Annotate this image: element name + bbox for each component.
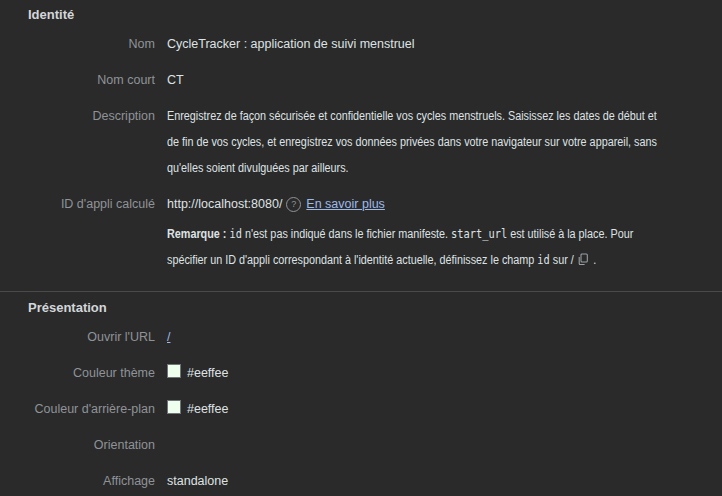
- field-label-theme-color: Couleur thème: [16, 360, 155, 386]
- help-circle-icon[interactable]: ?: [286, 197, 301, 212]
- field-label-display: Affichage: [16, 468, 155, 494]
- app-id-url: http://localhost:8080/: [167, 191, 282, 217]
- note-code-id: id: [537, 253, 549, 267]
- field-label-background-color: Couleur d'arrière-plan: [16, 396, 155, 422]
- note-remark-label: Remarque :: [167, 227, 229, 241]
- note-code-start-url: start_url: [451, 227, 507, 241]
- background-color-hex: #eeffee: [187, 402, 228, 416]
- app-id-note-line-1: Remarque : id n'est pas indiqué dans le …: [167, 221, 661, 247]
- field-row-display: Affichage standalone: [16, 468, 716, 494]
- description-line: Enregistrez de façon sécurisée et confid…: [167, 103, 661, 129]
- note-text: n'est pas indiqué dans le fichier manife…: [242, 227, 451, 241]
- manifest-section-identity: Identité Nom CycleTracker : application …: [0, 0, 722, 273]
- note-code-id: id: [229, 227, 241, 241]
- note-text: est utilisé à la place. Pour: [507, 227, 633, 241]
- manifest-section-presentation: Présentation Ouvrir l'URL / Couleur thèm…: [0, 291, 722, 494]
- field-value-start-url: /: [167, 324, 716, 350]
- field-label-orientation: Orientation: [16, 432, 155, 458]
- theme-color-swatch: [167, 364, 181, 378]
- background-color-swatch: [167, 400, 181, 414]
- description-line: qu'elles soient divulguées par ailleurs.: [167, 155, 661, 181]
- note-text: spécifier un ID d'appli correspondant à …: [167, 253, 537, 267]
- field-row-start-url: Ouvrir l'URL /: [16, 324, 716, 350]
- app-id-url-line: http://localhost:8080/ ? En savoir plus: [167, 191, 716, 217]
- description-line: de fin de vos cycles, et enregistrez vos…: [167, 129, 661, 155]
- start-url-link[interactable]: /: [167, 330, 170, 344]
- field-row-name: Nom CycleTracker : application de suivi …: [16, 31, 716, 57]
- field-value-display: standalone: [167, 468, 716, 494]
- app-id-note: Remarque : id n'est pas indiqué dans le …: [167, 221, 716, 273]
- note-text: .: [590, 253, 596, 267]
- field-row-computed-app-id: ID d'appli calculé http://localhost:8080…: [16, 191, 716, 273]
- field-value-description: Enregistrez de façon sécurisée et confid…: [167, 103, 716, 181]
- field-label-start-url: Ouvrir l'URL: [16, 324, 155, 350]
- field-value-short-name: CT: [167, 67, 716, 93]
- app-id-note-line-2: spécifier un ID d'appli correspondant à …: [167, 247, 661, 273]
- field-row-description: Description Enregistrez de façon sécuris…: [16, 103, 716, 181]
- learn-more-link[interactable]: En savoir plus: [306, 191, 385, 217]
- section-title-identity: Identité: [28, 2, 716, 28]
- theme-color-hex: #eeffee: [187, 366, 228, 380]
- field-row-theme-color: Couleur thème #eeffee: [16, 360, 716, 386]
- field-label-short-name: Nom court: [16, 67, 155, 93]
- field-label-description: Description: [16, 103, 155, 129]
- field-row-orientation: Orientation: [16, 432, 716, 458]
- field-value-background-color: #eeffee: [167, 396, 716, 422]
- note-text: sur /: [550, 253, 577, 267]
- field-value-theme-color: #eeffee: [167, 360, 716, 386]
- field-label-name: Nom: [16, 31, 155, 57]
- field-row-background-color: Couleur d'arrière-plan #eeffee: [16, 396, 716, 422]
- field-value-name: CycleTracker : application de suivi mens…: [167, 31, 716, 57]
- section-title-presentation: Présentation: [28, 295, 716, 321]
- field-value-computed-app-id: http://localhost:8080/ ? En savoir plus …: [167, 191, 716, 273]
- copy-icon[interactable]: [578, 253, 590, 266]
- field-label-computed-app-id: ID d'appli calculé: [16, 191, 155, 217]
- field-row-short-name: Nom court CT: [16, 67, 716, 93]
